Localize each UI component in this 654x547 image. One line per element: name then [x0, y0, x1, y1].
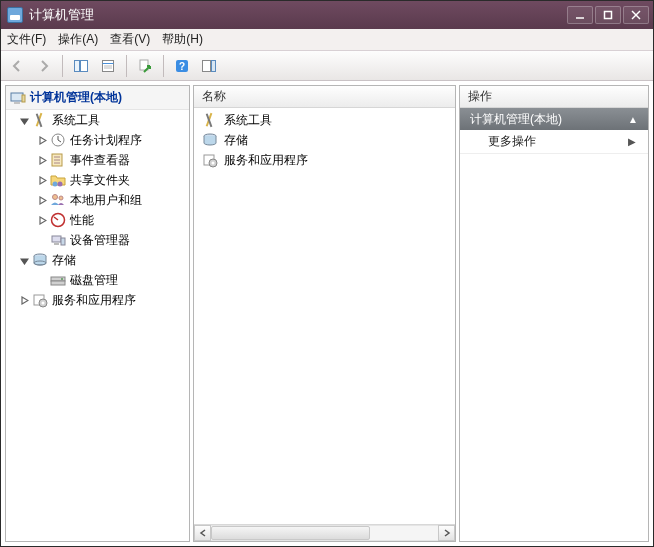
twisty-closed-icon[interactable] [36, 214, 48, 226]
list-item[interactable]: 服务和应用程序 [196, 150, 453, 170]
svg-rect-30 [52, 236, 61, 242]
tree-body: 计算机管理(本地) 系统工具 任务计划程序 事件查看器 [6, 86, 189, 541]
list-item[interactable]: 系统工具 [196, 110, 453, 130]
storage-icon [202, 132, 218, 148]
column-name-label: 名称 [202, 88, 226, 105]
menu-view[interactable]: 查看(V) [110, 31, 150, 48]
menu-file[interactable]: 文件(F) [7, 31, 46, 48]
tree-event-viewer[interactable]: 事件查看器 [6, 150, 189, 170]
svg-point-46 [212, 162, 215, 165]
services-apps-icon [32, 292, 48, 308]
close-button[interactable] [623, 6, 649, 24]
twisty-open-icon[interactable] [18, 114, 30, 126]
list-body[interactable]: 系统工具 存储 服务和应用程序 [194, 108, 455, 524]
twisty-closed-icon[interactable] [36, 154, 48, 166]
svg-rect-14 [212, 60, 216, 71]
chevron-right-icon: ▶ [628, 136, 636, 147]
menubar: 文件(F) 操作(A) 查看(V) 帮助(H) [1, 29, 653, 51]
shared-folder-icon [50, 172, 66, 188]
svg-rect-4 [75, 60, 80, 71]
list-item-label: 系统工具 [224, 112, 272, 129]
collapse-caret-icon[interactable]: ▲ [628, 114, 638, 125]
svg-rect-32 [61, 238, 65, 245]
window-title: 计算机管理 [29, 6, 567, 24]
content-area: 计算机管理(本地) 系统工具 任务计划程序 事件查看器 [1, 81, 653, 546]
twisty-closed-icon[interactable] [36, 194, 48, 206]
tree-label: 存储 [52, 252, 76, 269]
twisty-closed-icon[interactable] [36, 174, 48, 186]
menu-help[interactable]: 帮助(H) [162, 31, 203, 48]
maximize-button[interactable] [595, 6, 621, 24]
tree-label: 服务和应用程序 [52, 292, 136, 309]
twisty-open-icon[interactable] [18, 254, 30, 266]
tools-icon [202, 112, 218, 128]
tree-root[interactable]: 计算机管理(本地) [6, 86, 189, 110]
svg-point-26 [58, 182, 63, 187]
device-manager-icon [50, 232, 66, 248]
users-groups-icon [50, 192, 66, 208]
svg-point-37 [61, 278, 63, 280]
tree-disk-management[interactable]: 磁盘管理 [6, 270, 189, 290]
svg-text:?: ? [179, 61, 185, 72]
scroll-left-button[interactable] [194, 525, 211, 541]
export-button[interactable] [133, 54, 157, 78]
event-log-icon [50, 152, 66, 168]
scroll-right-button[interactable] [438, 525, 455, 541]
tree-performance[interactable]: 性能 [6, 210, 189, 230]
svg-rect-1 [605, 12, 612, 19]
scroll-thumb[interactable] [211, 526, 370, 540]
svg-point-40 [42, 302, 45, 305]
back-button[interactable] [5, 54, 29, 78]
tree-label: 事件查看器 [70, 152, 130, 169]
tools-icon [32, 112, 48, 128]
properties-button[interactable] [96, 54, 120, 78]
tree-label: 设备管理器 [70, 232, 130, 249]
twisty-closed-icon[interactable] [18, 294, 30, 306]
tree-shared-folders[interactable]: 共享文件夹 [6, 170, 189, 190]
storage-icon [32, 252, 48, 268]
tree-label: 系统工具 [52, 112, 100, 129]
actions-more-label: 更多操作 [488, 133, 536, 150]
list-column-header[interactable]: 名称 [194, 86, 455, 108]
app-icon [7, 7, 23, 23]
svg-rect-31 [54, 243, 59, 245]
titlebar[interactable]: 计算机管理 [1, 1, 653, 29]
svg-rect-13 [203, 60, 211, 71]
actions-title-label: 操作 [468, 88, 492, 105]
forward-button[interactable] [32, 54, 56, 78]
tree-device-manager[interactable]: 设备管理器 [6, 230, 189, 250]
svg-rect-15 [11, 93, 23, 101]
services-apps-icon [202, 152, 218, 168]
tree-local-users-groups[interactable]: 本地用户和组 [6, 190, 189, 210]
list-item[interactable]: 存储 [196, 130, 453, 150]
show-hide-action-pane-button[interactable] [197, 54, 221, 78]
show-hide-tree-button[interactable] [69, 54, 93, 78]
tree-services-apps[interactable]: 服务和应用程序 [6, 290, 189, 310]
tree-storage[interactable]: 存储 [6, 250, 189, 270]
tree-label: 磁盘管理 [70, 272, 118, 289]
scroll-track[interactable] [211, 525, 438, 541]
horizontal-scrollbar[interactable] [194, 524, 455, 541]
help-button[interactable]: ? [170, 54, 194, 78]
performance-icon [50, 212, 66, 228]
svg-rect-5 [81, 60, 88, 71]
actions-panel-title: 操作 [460, 86, 648, 108]
minimize-button[interactable] [567, 6, 593, 24]
tree-task-scheduler[interactable]: 任务计划程序 [6, 130, 189, 150]
svg-point-28 [59, 196, 63, 200]
tree-label: 共享文件夹 [70, 172, 130, 189]
actions-header-label: 计算机管理(本地) [470, 111, 562, 128]
twisty-closed-icon[interactable] [36, 134, 48, 146]
tree-root-label: 计算机管理(本地) [30, 89, 122, 106]
actions-section-header[interactable]: 计算机管理(本地) ▲ [460, 108, 648, 130]
tree-label: 本地用户和组 [70, 192, 142, 209]
svg-rect-36 [51, 281, 65, 285]
tree-system-tools[interactable]: 系统工具 [6, 110, 189, 130]
toolbar: ? [1, 51, 653, 81]
clock-icon [50, 132, 66, 148]
list-panel: 名称 系统工具 存储 服务和应用程序 [193, 85, 456, 542]
actions-more-item[interactable]: 更多操作 ▶ [460, 130, 648, 154]
menu-action[interactable]: 操作(A) [58, 31, 98, 48]
tree-label: 性能 [70, 212, 94, 229]
svg-rect-17 [22, 95, 25, 102]
